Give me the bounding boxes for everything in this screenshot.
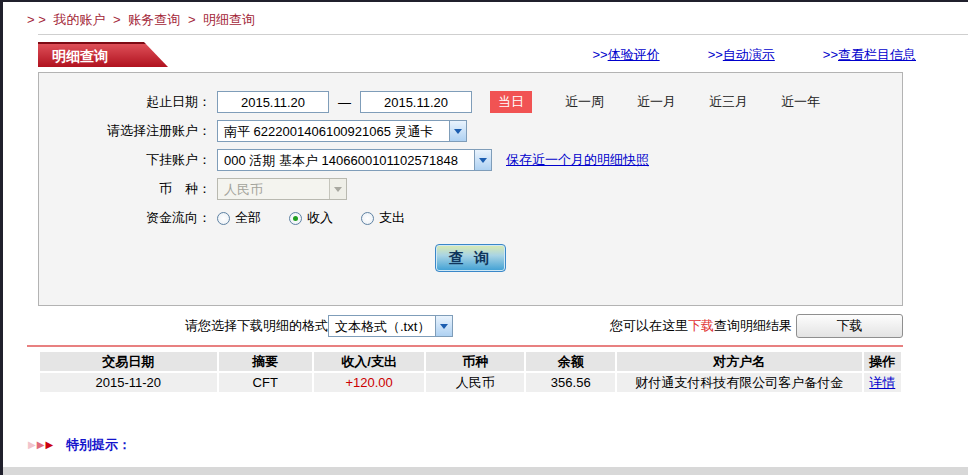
col-currency: 币种 xyxy=(426,352,524,371)
flow-expense-radio[interactable] xyxy=(361,212,374,225)
registered-account-row: 请选择注册账户： 南平 6222001406100921065 灵通卡 xyxy=(39,120,902,142)
breadcrumb-separator: > xyxy=(188,12,196,27)
breadcrumb-prefix-icon: > > xyxy=(27,12,46,27)
sub-account-value: 000 活期 基本户 1406600101102571848 xyxy=(218,150,464,170)
currency-value: 人民币 xyxy=(218,179,269,199)
currency-label: 币 种： xyxy=(39,180,211,198)
chevron-down-icon xyxy=(329,179,346,199)
cell-counterparty: 财付通支付科技有限公司客户备付金 xyxy=(617,373,861,392)
fund-flow-row: 资金流向： 全部 收入 支出 xyxy=(39,207,902,229)
registered-account-label: 请选择注册账户： xyxy=(39,122,211,140)
date-range-row: 起止日期： — 当日 近一周 近一月 近三月 近一年 xyxy=(39,91,902,113)
table-top-divider xyxy=(27,345,903,347)
download-hint: 您可以在这里下载查询明细结果 xyxy=(610,317,792,335)
chevron-down-icon[interactable] xyxy=(474,150,491,170)
cell-amount: +120.00 xyxy=(314,373,424,392)
download-button[interactable]: 下载 xyxy=(796,314,903,338)
breadcrumb: > > 我的账户 > 账务查询 > 明细查询 xyxy=(0,2,968,34)
breadcrumb-divider xyxy=(38,34,968,35)
breadcrumb-item-my-account[interactable]: 我的账户 xyxy=(53,12,105,27)
link-auto-demo[interactable]: >>自动演示 xyxy=(708,46,775,64)
download-format-value: 文本格式（.txt） xyxy=(329,316,435,336)
flow-all-label: 全部 xyxy=(235,209,261,227)
download-hint-highlight: 下载 xyxy=(688,318,714,333)
currency-select: 人民币 xyxy=(217,178,347,200)
cell-summary: CFT xyxy=(219,373,312,392)
breadcrumb-item-detail-query[interactable]: 明细查询 xyxy=(203,12,255,27)
query-button[interactable]: 查 询 xyxy=(435,244,506,272)
cell-date: 2015-11-20 xyxy=(40,373,217,392)
table-header-row: 交易日期 摘要 收入/支出 币种 余额 对方户名 操作 xyxy=(40,352,901,371)
triangle-icon: ▶ xyxy=(28,440,36,450)
flow-all-radio[interactable] xyxy=(217,212,230,225)
sub-account-label: 下挂账户： xyxy=(39,151,211,169)
page-left-frame xyxy=(0,2,3,475)
col-action: 操作 xyxy=(864,352,901,371)
cell-currency: 人民币 xyxy=(426,373,524,392)
col-date: 交易日期 xyxy=(40,352,217,371)
date-from-input[interactable] xyxy=(217,91,329,113)
link-experience-review[interactable]: >>体验评价 xyxy=(592,46,659,64)
triangle-icon: ▶ xyxy=(37,440,45,450)
currency-row: 币 种： 人民币 xyxy=(39,178,902,200)
flow-income-label: 收入 xyxy=(307,209,333,227)
date-to-input[interactable] xyxy=(360,91,472,113)
breadcrumb-separator: > xyxy=(113,12,121,27)
date-separator: — xyxy=(338,95,351,110)
sub-account-select[interactable]: 000 活期 基本户 1406600101102571848 xyxy=(217,149,492,171)
date-range-label: 起止日期： xyxy=(39,93,211,111)
range-month-button[interactable]: 近一月 xyxy=(637,93,676,111)
col-counterparty: 对方户名 xyxy=(617,352,861,371)
registered-account-select[interactable]: 南平 6222001406100921065 灵通卡 xyxy=(217,120,467,142)
chevron-down-icon[interactable] xyxy=(435,316,452,336)
tab-row: 明细查询 >>体验评价 >>自动演示 >>查看栏目信息 xyxy=(38,42,968,72)
transaction-table: 交易日期 摘要 收入/支出 币种 余额 对方户名 操作 2015-11-20 C… xyxy=(38,350,903,394)
snapshot-link[interactable]: 保存近一个月的明细快照 xyxy=(506,151,649,169)
range-year-button[interactable]: 近一年 xyxy=(781,93,820,111)
col-balance: 余额 xyxy=(526,352,615,371)
registered-account-value: 南平 6222001406100921065 灵通卡 xyxy=(218,121,440,141)
range-quarter-button[interactable]: 近三月 xyxy=(709,93,748,111)
detail-link[interactable]: 详情 xyxy=(869,375,895,390)
triangle-icon: ▶ xyxy=(45,440,53,450)
download-format-select[interactable]: 文本格式（.txt） xyxy=(328,315,453,337)
query-form-panel: 起止日期： — 当日 近一周 近一月 近三月 近一年 请选择注册账户： 南平 6… xyxy=(38,72,903,306)
col-summary: 摘要 xyxy=(219,352,312,371)
range-week-button[interactable]: 近一周 xyxy=(565,93,604,111)
table-row: 2015-11-20 CFT +120.00 人民币 356.56 财付通支付科… xyxy=(40,373,901,392)
link-view-column-info[interactable]: >>查看栏目信息 xyxy=(823,46,916,64)
col-amount: 收入/支出 xyxy=(314,352,424,371)
header-links: >>体验评价 >>自动演示 >>查看栏目信息 xyxy=(592,42,916,64)
fund-flow-label: 资金流向： xyxy=(39,209,211,227)
footer-bar xyxy=(3,467,968,475)
range-today-button[interactable]: 当日 xyxy=(490,91,532,113)
notice-header: ▶ ▶ ▶ 特别提示： xyxy=(28,436,968,454)
notice-title: 特别提示： xyxy=(66,436,131,454)
chevron-down-icon[interactable] xyxy=(449,121,466,141)
tab-detail-query: 明细查询 xyxy=(38,42,168,67)
breadcrumb-item-account-query[interactable]: 账务查询 xyxy=(128,12,180,27)
sub-account-row: 下挂账户： 000 活期 基本户 1406600101102571848 保存近… xyxy=(39,149,902,171)
download-row: 请您选择下载明细的格式 文本格式（.txt） 您可以在这里下载查询明细结果 下载 xyxy=(38,314,903,338)
flow-expense-label: 支出 xyxy=(379,209,405,227)
download-format-label: 请您选择下载明细的格式 xyxy=(185,317,328,335)
cell-balance: 356.56 xyxy=(526,373,615,392)
flow-income-radio[interactable] xyxy=(289,212,302,225)
scroll-top-icon xyxy=(636,470,652,475)
